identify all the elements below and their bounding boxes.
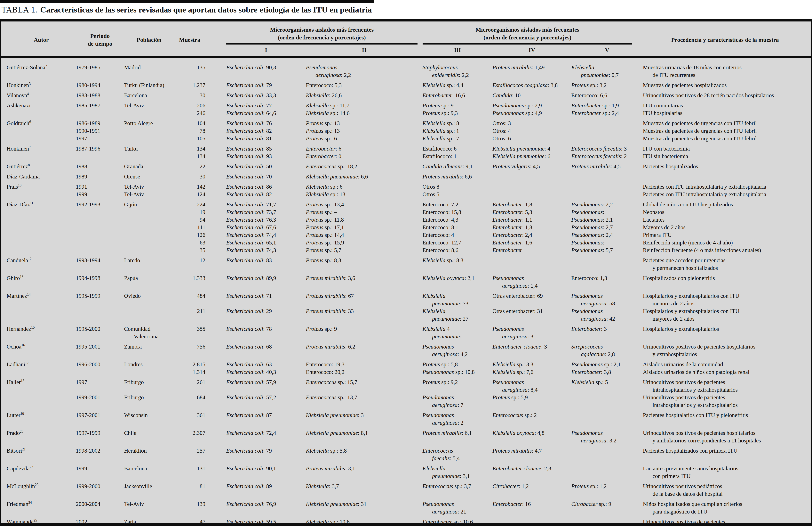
cell-poblacion: Orense	[124, 173, 174, 181]
cell-muestra: 206	[174, 102, 205, 109]
cell-i: Escherichia coli: 93	[226, 153, 306, 160]
cell-muestra: 105	[174, 135, 205, 142]
cell-i: Escherichia coli: 71,7	[226, 201, 306, 208]
table-header: Autor Período de tiempo Población Muestr…	[1, 22, 811, 58]
cell-procedencia: Muestras de pacientes de urgencias con I…	[643, 127, 811, 135]
cell-procedencia: ITU hospitalarias	[643, 109, 811, 117]
cell-procedencia: Pacientes hospitalizados con primera ITU	[643, 447, 811, 455]
cell-muestra: 2.307	[174, 429, 205, 437]
cell-i: Escherichia coli: 76,3	[226, 216, 306, 224]
cell-periodo: 1998-2002	[76, 447, 124, 455]
cell-autor: Capdevila22	[6, 465, 76, 472]
cell-iv: Pseudomonasaeruginosa: 3	[492, 325, 571, 340]
cell-periodo: 1997-1999	[76, 429, 124, 437]
cell-procedencia: Pacientes con ITU intrahospitalaria y ex…	[643, 183, 811, 190]
cell-iv: Klebsiella pneumoniae: 4	[492, 145, 571, 153]
cell-iii: Pseudomonasaeruginosa: 2	[423, 411, 493, 427]
cell-procedencia: Pacientes hospitalarios con ITU y pielon…	[643, 411, 811, 419]
cell-poblacion: Tel-Aviv	[124, 183, 174, 190]
cell-v: Pseudomonasaeruginosa: 3,2	[571, 429, 643, 444]
cell-autor: Wammanda25	[6, 518, 76, 526]
cell-ii: Proteus mirabilis: 6,2	[306, 343, 423, 351]
cell-ii: Proteus mirabilis: 33	[306, 307, 423, 315]
cell-ii: Proteus mirabilis: 67	[306, 292, 423, 300]
cell-i: Escherichia coli: 83	[226, 257, 306, 264]
column-header-periodo: Período de tiempo	[76, 26, 124, 54]
cell-procedencia: Urinocultivos positivos de pacientes hos…	[643, 343, 811, 358]
cell-i: Escherichia coli: 90,3	[226, 63, 306, 71]
cell-i: Escherichia coli: 82	[226, 190, 306, 198]
cell-iii: Pseudomonasaeruginosa: 7	[423, 394, 493, 409]
table-row: 63Escherichia coli: 65,1Proteus sp.: 15,…	[1, 239, 811, 246]
cell-ii: Klebsiella sp.: 11,7	[306, 102, 423, 109]
cell-muestra: 484	[174, 292, 205, 300]
cell-autor: Honkinen3	[6, 82, 76, 89]
cell-i: Escherichia coli: 70	[226, 173, 306, 181]
reference-superscript: 18	[21, 379, 24, 383]
cell-procedencia: ITU comunitarias	[643, 102, 811, 109]
cell-iii: Klebsiella sp.: 4,4	[423, 82, 493, 89]
reference-superscript: 8	[28, 163, 30, 167]
cell-autor: Ochoa16	[6, 343, 76, 351]
cell-procedencia: Lactantes previamente sanos hospitalario…	[643, 465, 811, 480]
reference-superscript: 11	[30, 201, 33, 205]
cell-i: Escherichia coli: 29	[226, 307, 306, 315]
cell-ii: Klebsiella pneumoniae: 3	[306, 411, 423, 419]
reference-superscript: 14	[27, 293, 31, 296]
cell-periodo: 1990-1991	[76, 127, 124, 135]
cell-autor: Prais10	[6, 183, 76, 190]
cell-iii: Candida albicans: 9,1	[423, 162, 493, 170]
cell-muestra: 142	[174, 183, 205, 190]
cell-muestra: 139	[174, 500, 205, 508]
cell-i: Escherichia coli: 57,2	[226, 394, 306, 401]
cell-procedencia: Hospitalarios y extrahospitalarios con I…	[643, 292, 811, 307]
cell-iv: Enterobacter: 1,1	[492, 216, 571, 224]
cell-ii: Enterobacter: 6	[306, 145, 423, 153]
cell-muestra: 78	[174, 127, 205, 135]
cell-v: Enterobacter: 3	[571, 325, 643, 333]
cell-ii: Proteus sp.: 13	[306, 127, 423, 135]
cell-ii: Klebsiella: 26,6	[306, 91, 423, 99]
table-row: Haller181997Friburgo261Escherichia coli:…	[1, 379, 811, 394]
cell-poblacion: ComunidadValenciana	[124, 325, 174, 340]
cell-poblacion: Friburgo	[124, 379, 174, 386]
cell-autor: Lutter19	[6, 411, 76, 419]
reference-superscript: 7	[29, 145, 31, 149]
cell-poblacion: Barcelona	[124, 91, 174, 99]
cell-i: Escherichia coli: 68	[226, 343, 306, 351]
cell-periodo: 1999	[76, 465, 124, 472]
cell-ii: Klebsiella sp.: 13	[306, 190, 423, 198]
cell-iv: Klebsiella sp.: 7,6	[492, 368, 571, 376]
cell-autor: Prado20	[6, 429, 76, 437]
cell-muestra: 111	[174, 224, 205, 231]
reference-superscript: 21	[22, 447, 26, 451]
table-row: 35Escherichia coli: 74,3Proteus sp.: 5,7…	[1, 246, 811, 254]
cell-ii: Proteus mirabilis: 3,6	[306, 274, 423, 282]
cell-procedencia: Pacientes que acceden por urgenciasy per…	[643, 257, 811, 272]
cell-periodo: 2000-2004	[76, 500, 124, 508]
cell-iv: Pseudomonasaeruginosa: 8,4	[492, 379, 571, 394]
cell-iii: Pseudomonasaeruginosa: 21	[423, 500, 493, 515]
cell-iv: Klebsiella pneumoniae: 6	[492, 153, 571, 160]
cell-procedencia: Urinocultivos positivos de pacientes hos…	[643, 429, 811, 444]
subcolumn-header-V: V	[571, 44, 643, 54]
cell-ii: Proteus sp.: 15,9	[306, 239, 423, 246]
table-row: McLoughlin231999-2000Jacksonville81Esche…	[1, 482, 811, 498]
cell-iii: Proteus mirabilis: 6,6	[423, 173, 493, 181]
table-title-text: Características de las series revisadas …	[40, 5, 372, 14]
table-row: Wammanda252002Zaria47Escherichia coli: 5…	[1, 518, 811, 526]
cell-autor: Goldraich6	[6, 119, 76, 127]
table-row: Goldraich61986-1989Porto Alegre104Escher…	[1, 119, 811, 127]
cell-muestra: 261	[174, 379, 205, 386]
cell-muestra: 94	[174, 216, 205, 224]
cell-i: Escherichia coli: 81	[226, 135, 306, 142]
cell-periodo: 1988	[76, 162, 124, 170]
table-row: Díaz-Cardama91989Orense30Escherichia col…	[1, 173, 811, 181]
cell-iv: Proteus mirabilis: 1,49	[492, 63, 571, 71]
cell-v: Pseudomonas: 2,2	[571, 201, 643, 208]
cell-muestra: 63	[174, 239, 205, 246]
cell-iii: Enterobacter: 16,6	[423, 91, 493, 99]
cell-ii: Proteus sp.: 6	[306, 135, 423, 142]
reference-superscript: 2	[45, 64, 47, 68]
table-row: Canduela121993-1994Laredo12Escherichia c…	[1, 257, 811, 272]
